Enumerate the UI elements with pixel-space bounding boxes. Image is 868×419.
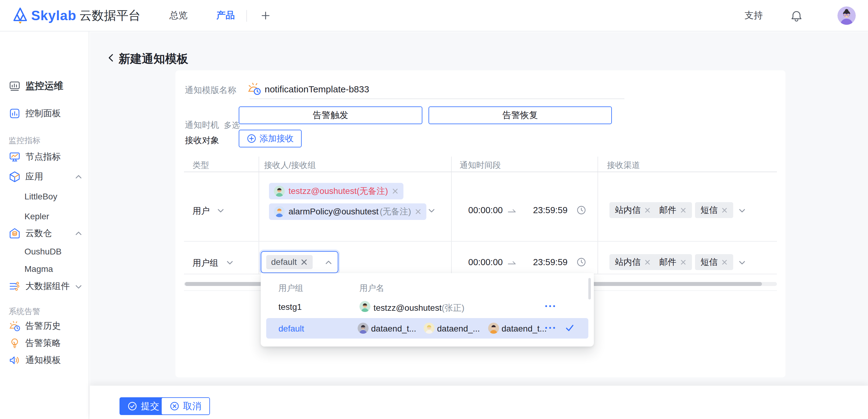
remove-tag-icon[interactable] [392, 188, 399, 194]
footer-action-bar: 提交 取消 [90, 386, 868, 419]
sidebar-item-label: 云数仓 [25, 227, 52, 239]
sidebar-item-label: 告警历史 [25, 320, 61, 332]
input-underline [250, 98, 624, 99]
row2-type-select[interactable]: 用户组 [192, 257, 218, 269]
clock-icon[interactable] [577, 205, 586, 215]
sidebar-item-node-metrics[interactable]: 节点指标 [8, 151, 61, 163]
chevron-down-icon[interactable] [217, 207, 224, 213]
nav-tab-product[interactable]: 产品 [216, 0, 235, 31]
column-divider [258, 157, 259, 274]
check-circle-icon [127, 401, 137, 411]
chevron-down-icon[interactable] [738, 207, 746, 213]
circuit-icon [8, 280, 21, 292]
receiver-tag[interactable]: alarmPolicy@oushutest(无备注) [269, 203, 426, 220]
chevron-up-icon[interactable] [75, 174, 82, 180]
more-actions-icon[interactable] [545, 304, 556, 308]
support-link[interactable]: 支持 [745, 0, 763, 31]
timing-option-recover[interactable]: 告警恢复 [429, 107, 612, 124]
brand-suffix: 云数据平台 [80, 7, 141, 24]
sidebar-item-dashboard[interactable]: 控制面板 [8, 107, 61, 120]
sidebar-item-kepler[interactable]: Kepler [25, 211, 49, 222]
alarm-template-icon [247, 81, 261, 96]
user-avatar[interactable] [837, 6, 856, 25]
receiver-label: 接收对象 [185, 134, 219, 146]
remove-tag-icon[interactable] [301, 259, 308, 266]
chevron-up-icon[interactable] [75, 231, 82, 237]
chevron-down-icon[interactable] [428, 207, 435, 213]
remove-tag-icon[interactable] [721, 259, 728, 266]
remove-tag-icon[interactable] [721, 207, 728, 213]
chevron-down-icon[interactable] [226, 259, 234, 266]
notifications-bell-icon[interactable] [790, 9, 803, 23]
remove-tag-icon[interactable] [680, 207, 686, 213]
receiver-tag[interactable]: testzz@oushutest(无备注) [269, 183, 403, 200]
time-start[interactable]: 00:00:00 [468, 257, 503, 267]
sidebar-item-notify-template[interactable]: 通知模板 [8, 354, 61, 366]
sidebar-item-app[interactable]: 应用 [8, 171, 43, 183]
user-name: dataend_t... [371, 324, 416, 334]
dropdown-scrollbar-thumb[interactable] [588, 278, 591, 299]
channel-tag[interactable]: 站内信 [610, 254, 656, 270]
back-button[interactable] [106, 53, 116, 63]
remove-tag-icon[interactable] [644, 259, 651, 266]
row1-type-select[interactable]: 用户 [192, 205, 210, 217]
nav-divider [246, 10, 247, 22]
sidebar-item-monitor-ops[interactable]: 监控运维 [8, 80, 63, 92]
selected-check-icon [565, 323, 574, 332]
channel-tag[interactable]: 站内信 [610, 202, 656, 218]
chevron-down-icon[interactable] [75, 283, 82, 290]
group-select[interactable]: default [261, 251, 338, 273]
user-avatar [488, 323, 499, 334]
dropdown-col-user: 用户名 [360, 282, 384, 294]
channel-tag[interactable]: 邮件 [654, 254, 692, 270]
nav-tab-overview[interactable]: 总览 [169, 0, 188, 31]
header-divider [184, 172, 777, 172]
dropdown-col-group: 用户组 [278, 282, 303, 294]
group-name[interactable]: default [278, 324, 304, 334]
sidebar-item-alert-history[interactable]: 告警历史 [8, 320, 61, 332]
skylab-logo-icon [12, 7, 28, 24]
add-receiver-button[interactable]: 添加接收 [239, 130, 302, 147]
sidebar-item-magma[interactable]: Magma [25, 264, 53, 274]
sidebar-item-warehouse[interactable]: 云数仓 [8, 227, 52, 239]
group-tag[interactable]: default [266, 255, 313, 269]
channel-tag[interactable]: 短信 [695, 202, 733, 218]
app-root: Skylab 云数据平台 总览 产品 支持 [0, 0, 868, 419]
sidebar-item-label: 节点指标 [25, 151, 61, 163]
time-end[interactable]: 23:59:59 [533, 205, 567, 215]
submit-button[interactable]: 提交 [120, 397, 167, 415]
sidebar-item-littleboy[interactable]: LittleBoy [25, 191, 57, 202]
time-end[interactable]: 23:59:59 [533, 257, 567, 267]
channel-tag[interactable]: 邮件 [654, 202, 692, 218]
cancel-button[interactable]: 取消 [161, 397, 210, 415]
monitor-chart-icon [8, 80, 21, 92]
sidebar-item-oushudb[interactable]: OushuDB [25, 246, 61, 257]
timing-label: 通知时机 多选 [185, 119, 240, 131]
user-avatar [274, 206, 285, 217]
sidebar-item-alert-policy[interactable]: 告警策略 [8, 337, 61, 349]
time-start[interactable]: 00:00:00 [468, 205, 503, 215]
cube-icon [8, 171, 21, 183]
column-divider [597, 157, 598, 274]
brand[interactable]: Skylab 云数据平台 [12, 0, 141, 31]
sidebar-item-bigdata[interactable]: 大数据组件 [8, 280, 70, 292]
chevron-up-icon[interactable] [325, 260, 332, 266]
swap-right-icon [507, 259, 517, 266]
warehouse-icon [8, 227, 21, 239]
brand-name: Skylab [31, 8, 76, 23]
remove-tag-icon[interactable] [680, 259, 686, 266]
clock-icon[interactable] [577, 257, 586, 267]
remove-tag-icon[interactable] [644, 207, 651, 213]
channel-tag[interactable]: 短信 [695, 254, 733, 270]
page-title: 新建通知模板 [119, 51, 188, 67]
timing-option-trigger[interactable]: 告警触发 [239, 107, 423, 124]
group-dropdown-panel: 用户组 用户名 testg1 testzz@oushutest(张正) [261, 273, 594, 347]
add-tab-button[interactable] [260, 0, 271, 31]
chevron-down-icon[interactable] [738, 259, 746, 266]
more-actions-icon[interactable] [545, 326, 556, 330]
user-avatar [424, 323, 435, 334]
template-name-input[interactable] [265, 82, 601, 97]
col-header-receivers: 接收人/接收组 [264, 160, 316, 171]
topbar: Skylab 云数据平台 总览 产品 支持 [0, 0, 868, 31]
remove-tag-icon[interactable] [415, 208, 422, 215]
